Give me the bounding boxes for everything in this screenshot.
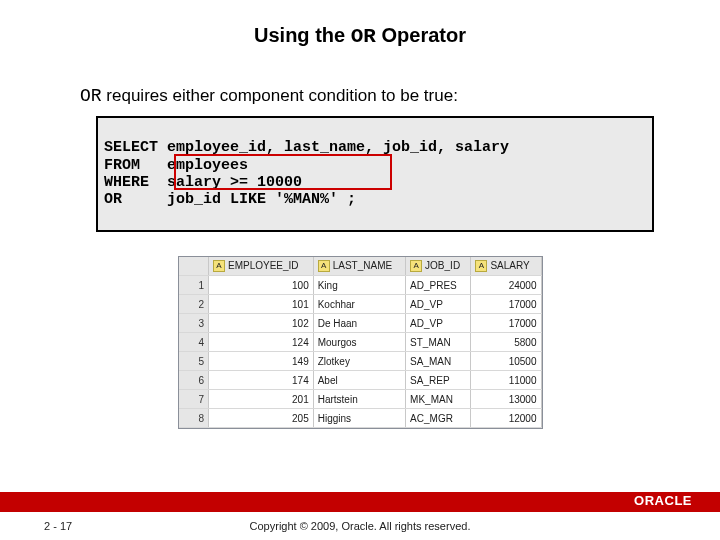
col-header-employee-id: AEMPLOYEE_ID [209,257,314,276]
column-icon: A [213,260,225,272]
col-header-job-id: AJOB_ID [406,257,471,276]
table-row: 5149ZlotkeySA_MAN10500 [179,352,542,371]
sql-line-3: WHERE salary >= 10000 [104,174,302,191]
col-header-last-name: ALAST_NAME [313,257,405,276]
title-post: Operator [376,24,466,46]
sql-line-4: OR job_id LIKE '%MAN%' ; [104,191,356,208]
results-grid: AEMPLOYEE_ID ALAST_NAME AJOB_ID ASALARY … [178,256,543,430]
table-row: 8205HigginsAC_MGR12000 [179,409,542,428]
col-label: SALARY [490,260,529,271]
footer-bar [0,492,720,512]
slide-title: Using the OR Operator [0,24,720,48]
column-icon: A [318,260,330,272]
sql-line-1: SELECT employee_id, last_name, job_id, s… [104,139,509,156]
table-row: 7201HartsteinMK_MAN13000 [179,390,542,409]
column-icon: A [475,260,487,272]
col-header-salary: ASALARY [471,257,541,276]
table-row: 3102De HaanAD_VP17000 [179,314,542,333]
table-row: 1100KingAD_PRES24000 [179,276,542,295]
title-pre: Using the [254,24,351,46]
results-body: 1100KingAD_PRES24000 2101KochharAD_VP170… [179,276,542,428]
column-icon: A [410,260,422,272]
header-row: AEMPLOYEE_ID ALAST_NAME AJOB_ID ASALARY [179,257,542,276]
col-label: JOB_ID [425,260,460,271]
sql-code-box: SELECT employee_id, last_name, job_id, s… [96,116,654,232]
sql-line-2: FROM employees [104,157,248,174]
results-table: AEMPLOYEE_ID ALAST_NAME AJOB_ID ASALARY … [179,257,542,429]
subtitle-mono: OR [80,86,102,106]
subtitle-rest: requires either component condition to b… [102,86,458,105]
oracle-logo: ORACLE [634,493,692,508]
subtitle: OR requires either component condition t… [80,86,720,106]
rownum-header [179,257,209,276]
table-row: 6174AbelSA_REP11000 [179,371,542,390]
table-row: 4124MourgosST_MAN5800 [179,333,542,352]
col-label: EMPLOYEE_ID [228,260,299,271]
title-mono: OR [351,25,376,48]
table-row: 2101KochharAD_VP17000 [179,295,542,314]
copyright: Copyright © 2009, Oracle. All rights res… [0,520,720,532]
col-label: LAST_NAME [333,260,392,271]
